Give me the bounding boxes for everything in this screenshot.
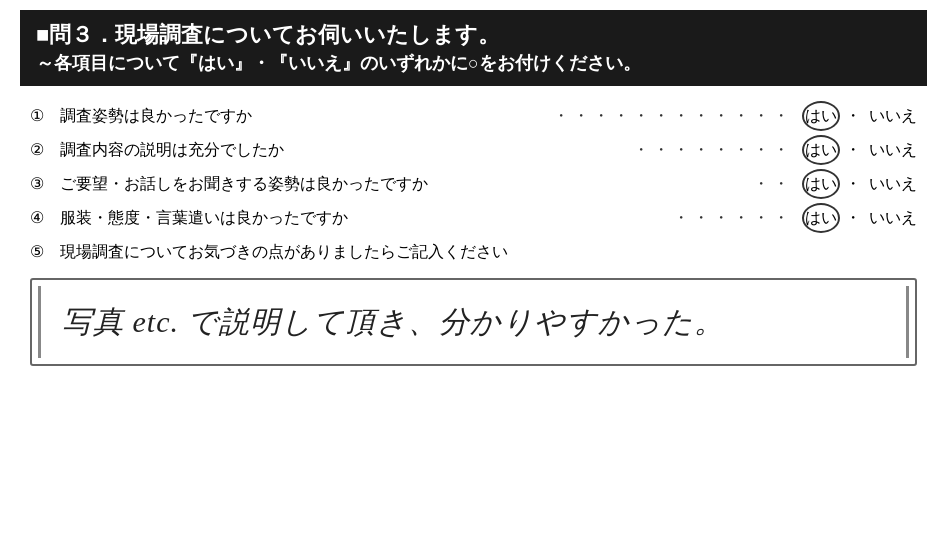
q1-iie: いいえ <box>869 104 917 128</box>
q4-separator: ・ <box>845 206 861 230</box>
page-container: ■問３．現場調査についてお伺いいたします。 ～各項目について『はい』・『いいえ』… <box>0 0 947 543</box>
handwritten-text: 写真 etc. で説明して頂き、分かりやすかった。 <box>32 291 755 353</box>
q4-iie: いいえ <box>869 206 917 230</box>
q4-dots: ・・・・・・ <box>673 206 793 230</box>
question-row-3: ③ ご要望・お話しをお聞きする姿勢は良かったですか ・・ はい ・ いいえ <box>30 172 917 196</box>
q3-options: はい ・ いいえ <box>797 172 917 196</box>
bracket-right-deco <box>906 286 909 358</box>
question-row-2: ② 調査内容の説明は充分でしたか ・・・・・・・・ はい ・ いいえ <box>30 138 917 162</box>
header-line1: ■問３．現場調査についてお伺いいたします。 <box>36 20 911 51</box>
q4-text: 服装・態度・言葉遣いは良かったですか <box>60 206 669 230</box>
q1-options: はい ・ いいえ <box>797 104 917 128</box>
q3-hai: はい <box>805 172 837 196</box>
q4-hai: はい <box>805 206 837 230</box>
question-row-4: ④ 服装・態度・言葉遣いは良かったですか ・・・・・・ はい ・ いいえ <box>30 206 917 230</box>
q3-dots: ・・ <box>753 172 793 196</box>
q1-number: ① <box>30 104 60 128</box>
q3-text: ご要望・お話しをお聞きする姿勢は良かったですか <box>60 172 749 196</box>
q1-dots: ・・・・・・・・・・・・ <box>553 104 793 128</box>
q1-text: 調査姿勢は良かったですか <box>60 104 549 128</box>
header-line2: ～各項目について『はい』・『いいえ』のいずれかに○をお付けください。 <box>36 51 911 76</box>
q2-separator: ・ <box>845 138 861 162</box>
q3-number: ③ <box>30 172 60 196</box>
q3-separator: ・ <box>845 172 861 196</box>
q4-options: はい ・ いいえ <box>797 206 917 230</box>
q1-hai: はい <box>805 104 837 128</box>
questions-section: ① 調査姿勢は良かったですか ・・・・・・・・・・・・ はい ・ いいえ ② 調… <box>20 104 927 264</box>
question-row-5: ⑤ 現場調査についてお気づきの点がありましたらご記入ください <box>30 240 917 264</box>
bracket-left-deco <box>38 286 41 358</box>
header-box: ■問３．現場調査についてお伺いいたします。 ～各項目について『はい』・『いいえ』… <box>20 10 927 86</box>
q4-number: ④ <box>30 206 60 230</box>
q2-hai: はい <box>805 138 837 162</box>
q2-text: 調査内容の説明は充分でしたか <box>60 138 629 162</box>
handwritten-box: 写真 etc. で説明して頂き、分かりやすかった。 <box>30 278 917 366</box>
q2-dots: ・・・・・・・・ <box>633 138 793 162</box>
q5-number: ⑤ <box>30 240 60 264</box>
q2-options: はい ・ いいえ <box>797 138 917 162</box>
q2-number: ② <box>30 138 60 162</box>
question-row-1: ① 調査姿勢は良かったですか ・・・・・・・・・・・・ はい ・ いいえ <box>30 104 917 128</box>
q3-iie: いいえ <box>869 172 917 196</box>
q1-separator: ・ <box>845 104 861 128</box>
q2-iie: いいえ <box>869 138 917 162</box>
q5-text: 現場調査についてお気づきの点がありましたらご記入ください <box>60 240 917 264</box>
